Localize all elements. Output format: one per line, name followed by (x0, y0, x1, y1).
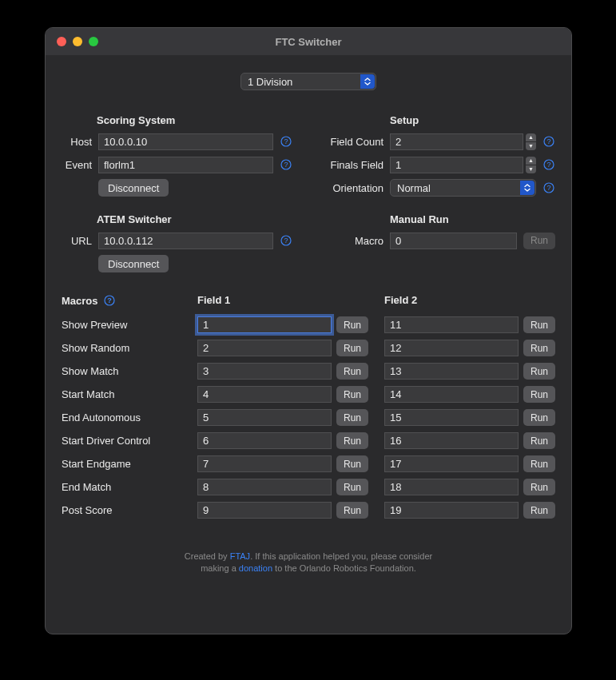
zoom-window-button[interactable] (89, 37, 98, 46)
macro-run-button[interactable]: Run (336, 340, 368, 356)
macro-run-button[interactable]: Run (336, 502, 368, 519)
macro-field2-input[interactable] (384, 363, 519, 380)
macro-field1-input[interactable] (197, 363, 332, 380)
macro-run-button[interactable]: Run (523, 455, 555, 472)
finals-field-label: Finals Field (324, 159, 384, 171)
help-icon[interactable]: ? (103, 294, 116, 307)
macro-run-button[interactable]: Run (523, 386, 555, 403)
macro-row: Start Driver ControlRunRun (62, 432, 555, 449)
macro-field1-input[interactable] (197, 340, 332, 356)
svg-text:?: ? (546, 137, 550, 145)
field2-cell: Run (384, 363, 555, 380)
field2-cell: Run (384, 340, 555, 356)
macro-field2-input[interactable] (384, 432, 519, 449)
chevron-down-icon[interactable]: ▼ (526, 142, 536, 150)
titlebar: FTC Switcher (46, 28, 571, 55)
macro-field2-input[interactable] (384, 455, 519, 472)
footer: Created by FTAJ. If this application hel… (62, 551, 555, 583)
macro-field1-input[interactable] (197, 479, 332, 495)
svg-text:?: ? (546, 184, 550, 192)
macro-run-button[interactable]: Run (523, 340, 555, 356)
macro-run-button[interactable]: Run (523, 432, 555, 449)
field1-cell: Run (197, 386, 368, 403)
macro-run-button[interactable]: Run (336, 363, 368, 380)
field2-cell: Run (384, 479, 555, 495)
field2-cell: Run (384, 502, 555, 519)
macro-field2-input[interactable] (384, 409, 519, 426)
macro-run-button[interactable]: Run (336, 316, 368, 333)
macro-field1-input[interactable] (197, 386, 332, 403)
help-icon[interactable]: ? (542, 135, 555, 148)
chevron-up-icon[interactable]: ▲ (526, 157, 536, 165)
macro-label: Macro (324, 235, 384, 247)
field-count-stepper[interactable]: ▲ ▼ (526, 133, 536, 150)
macro-run-button[interactable]: Run (523, 479, 555, 495)
host-input[interactable] (98, 133, 273, 150)
scoring-disconnect-button[interactable]: Disconnect (98, 179, 169, 197)
help-icon[interactable]: ? (542, 158, 555, 171)
help-icon[interactable]: ? (542, 181, 555, 194)
macro-field1-input[interactable] (197, 316, 332, 333)
macro-run-button[interactable]: Run (523, 363, 555, 380)
help-icon[interactable]: ? (280, 135, 292, 148)
field2-cell: Run (384, 409, 555, 426)
macro-row: End AutonomousRunRun (62, 409, 555, 426)
macro-row: Start EndgameRunRun (62, 455, 555, 472)
division-select[interactable]: 1 Division (240, 73, 376, 90)
event-input[interactable] (98, 157, 273, 173)
field1-cell: Run (197, 455, 368, 472)
macro-field1-input[interactable] (197, 455, 332, 472)
macro-row: Show RandomRunRun (62, 340, 555, 356)
setup-heading: Setup (324, 114, 555, 126)
macro-run-button[interactable]: Run (523, 316, 555, 333)
donation-link[interactable]: donation (239, 563, 272, 573)
window-content: 1 Division Scoring System Host ? Even (46, 55, 571, 634)
macro-row: End MatchRunRun (62, 479, 555, 495)
event-label: Event (62, 159, 92, 171)
help-icon[interactable]: ? (280, 234, 292, 247)
chevron-down-icon[interactable]: ▼ (526, 165, 536, 173)
macro-run-button[interactable]: Run (336, 386, 368, 403)
finals-field-stepper[interactable]: ▲ ▼ (526, 157, 536, 173)
field1-cell: Run (197, 479, 368, 495)
field2-cell: Run (384, 316, 555, 333)
orientation-select[interactable]: Normal (390, 179, 536, 197)
macro-run-button[interactable]: Run (336, 455, 368, 472)
svg-text:?: ? (284, 137, 288, 145)
manual-macro-input[interactable] (390, 233, 517, 249)
macro-label: Show Match (62, 365, 181, 377)
macro-field1-input[interactable] (197, 502, 332, 519)
help-icon[interactable]: ? (280, 158, 292, 171)
macro-row: Start MatchRunRun (62, 386, 555, 403)
macro-field2-input[interactable] (384, 502, 519, 519)
macro-field2-input[interactable] (384, 340, 519, 356)
app-window: FTC Switcher 1 Division Scoring System H… (45, 27, 572, 634)
macro-run-button[interactable]: Run (336, 479, 368, 495)
macro-run-button[interactable]: Run (523, 502, 555, 519)
macro-field1-input[interactable] (197, 432, 332, 449)
macro-run-button[interactable]: Run (336, 432, 368, 449)
atem-disconnect-button[interactable]: Disconnect (98, 255, 169, 272)
macro-label: Start Endgame (62, 458, 181, 470)
finals-field-input[interactable] (390, 157, 523, 173)
manual-run-button[interactable]: Run (523, 233, 555, 249)
field-count-input[interactable] (390, 133, 523, 150)
macro-label: Start Match (62, 388, 181, 400)
svg-text:?: ? (284, 237, 288, 245)
macro-field2-input[interactable] (384, 479, 519, 495)
url-input[interactable] (98, 233, 273, 249)
close-window-button[interactable] (57, 37, 66, 46)
macro-run-button[interactable]: Run (336, 409, 368, 426)
macro-field2-input[interactable] (384, 316, 519, 333)
minimize-window-button[interactable] (73, 37, 82, 46)
macro-field2-input[interactable] (384, 386, 519, 403)
macro-row: Show PreviewRunRun (62, 316, 555, 333)
orientation-select-value: Normal (397, 182, 431, 194)
macro-run-button[interactable]: Run (523, 409, 555, 426)
url-label: URL (62, 235, 92, 247)
macro-field1-input[interactable] (197, 409, 332, 426)
traffic-lights (46, 37, 98, 46)
macro-label: Show Preview (62, 319, 181, 331)
chevron-up-icon[interactable]: ▲ (526, 133, 536, 141)
ftaj-link[interactable]: FTAJ (230, 551, 250, 561)
